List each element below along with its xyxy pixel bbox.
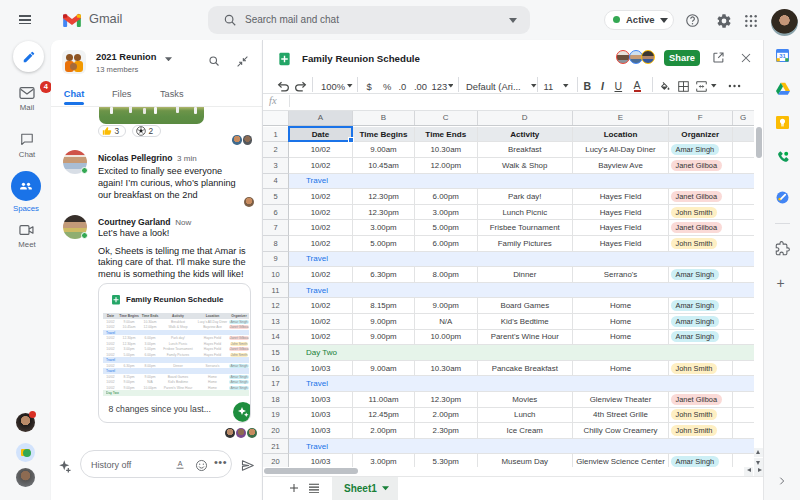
svg-text:31: 31 <box>779 53 786 59</box>
svg-text:A: A <box>178 460 183 467</box>
